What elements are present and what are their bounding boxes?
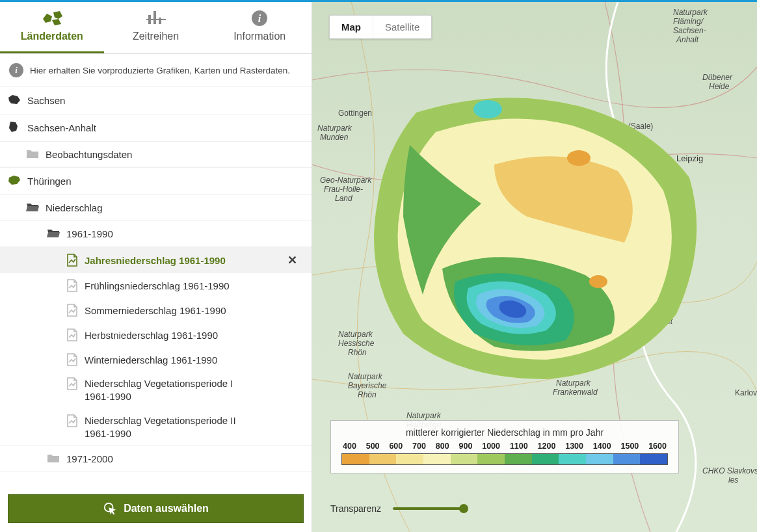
region-sachsen-icon bbox=[8, 94, 21, 107]
region-label: Thüringen bbox=[27, 176, 72, 187]
map-label: Karlov bbox=[735, 388, 757, 397]
transparency-slider[interactable] bbox=[393, 507, 464, 510]
svg-point-32 bbox=[473, 100, 502, 118]
svg-text:i: i bbox=[258, 13, 261, 24]
tree-item-sommer[interactable]: Sommerniederschlag 1961-1990 bbox=[0, 298, 312, 323]
transparency-control: Transparenz bbox=[330, 503, 464, 514]
sidebar: Länderdaten Zeitreihen i Information i H… bbox=[0, 2, 312, 532]
folder-open-icon bbox=[26, 202, 39, 214]
bars-icon bbox=[104, 10, 208, 27]
item-label: Jahresniederschlag 1961-1990 bbox=[85, 255, 226, 266]
tab-label: Länderdaten bbox=[21, 31, 83, 42]
chart-doc-icon bbox=[66, 377, 78, 390]
tree-folder-niederschlag[interactable]: Niederschlag bbox=[0, 195, 312, 221]
tree-item-veg1[interactable]: Niederschlag Vegetationsperiode I1961-19… bbox=[0, 372, 312, 409]
svg-text:Naturpark: Naturpark bbox=[673, 8, 708, 17]
svg-point-31 bbox=[589, 275, 607, 288]
item-label: Niederschlag Vegetationsperiode II1961-1… bbox=[85, 414, 236, 441]
region-cluster-icon bbox=[0, 10, 104, 27]
svg-point-30 bbox=[567, 150, 591, 166]
tree-item-jahresniederschlag[interactable]: Jahresniederschlag 1961-1990 ✕ bbox=[0, 247, 312, 273]
bottom-bar: Daten auswählen bbox=[0, 488, 312, 532]
close-icon[interactable]: ✕ bbox=[287, 253, 297, 267]
folder-label: Niederschlag bbox=[46, 202, 103, 213]
chart-doc-icon bbox=[66, 254, 78, 267]
tree-subfolder-1961-1990[interactable]: 1961-1990 bbox=[0, 221, 312, 247]
region-thueringen-icon bbox=[8, 174, 21, 188]
item-label: Herbstniederschlag 1961-1990 bbox=[85, 330, 218, 341]
tab-label: Zeitreihen bbox=[133, 31, 179, 42]
tab-information[interactable]: i Information bbox=[207, 2, 312, 53]
transparency-label: Transparenz bbox=[330, 503, 381, 514]
hint-text: Hier erhalten Sie vorproduzierte Grafike… bbox=[30, 66, 290, 75]
maptype-map[interactable]: Map bbox=[330, 16, 373, 38]
maptype-toggle: Map Satellite bbox=[329, 15, 432, 39]
tree-region-sachsen[interactable]: Sachsen bbox=[0, 87, 312, 114]
tree-item-winter[interactable]: Winterniederschlag 1961-1990 bbox=[0, 347, 312, 372]
svg-text:Sachsen-: Sachsen- bbox=[673, 26, 706, 35]
tree-subfolder-1971-2000[interactable]: 1971-2000 bbox=[0, 446, 312, 472]
folder-closed-icon bbox=[26, 148, 39, 161]
svg-text:Naturpark: Naturpark bbox=[406, 411, 442, 420]
folder-open-icon bbox=[47, 228, 60, 240]
map-pane[interactable]: Gottingen Halle (Saale) Leipzig Sachsen-… bbox=[312, 2, 757, 532]
svg-text:Fläming/: Fläming/ bbox=[673, 17, 704, 26]
tabs: Länderdaten Zeitreihen i Information bbox=[0, 2, 312, 54]
svg-text:Anhalt: Anhalt bbox=[676, 35, 699, 44]
chart-doc-icon bbox=[66, 328, 78, 341]
hint-row: i Hier erhalten Sie vorproduzierte Grafi… bbox=[0, 54, 312, 87]
chart-doc-icon bbox=[66, 353, 78, 366]
item-label: Frühlingsniederschlag 1961-1990 bbox=[85, 280, 230, 291]
region-sachsen-anhalt-icon bbox=[8, 121, 21, 135]
legend-bar bbox=[341, 453, 668, 465]
region-label: Sachsen bbox=[27, 95, 65, 106]
info-badge-icon: i bbox=[9, 63, 23, 77]
item-label: Winterniederschlag 1961-1990 bbox=[85, 354, 217, 366]
tree-region-sachsen-anhalt[interactable]: Sachsen-Anhalt bbox=[0, 114, 312, 142]
region-label: Sachsen-Anhalt bbox=[27, 122, 96, 133]
item-label: Niederschlag Vegetationsperiode I1961-19… bbox=[85, 377, 233, 404]
maptype-satellite[interactable]: Satellite bbox=[373, 16, 431, 38]
legend-ticks: 4005006007008009001000110012001300140015… bbox=[341, 442, 668, 451]
thematic-overlay bbox=[338, 73, 728, 399]
tab-zeitreihen[interactable]: Zeitreihen bbox=[104, 2, 208, 53]
folder-label: Beobachtungsdaten bbox=[46, 149, 132, 160]
tree-item-herbst[interactable]: Herbstniederschlag 1961-1990 bbox=[0, 323, 312, 347]
tree-region-thueringen[interactable]: Thüringen bbox=[0, 168, 312, 195]
chart-doc-icon bbox=[66, 304, 78, 317]
tree: Sachsen Sachsen-Anhalt Beobachtungsdaten… bbox=[0, 87, 312, 488]
legend: mittlerer korrigierter Niederschlag in m… bbox=[330, 420, 679, 473]
svg-rect-2 bbox=[159, 18, 161, 24]
tab-label: Information bbox=[233, 31, 286, 42]
folder-label: 1971-2000 bbox=[66, 453, 113, 464]
folder-closed-icon bbox=[47, 453, 60, 465]
tree-folder-beobachtungsdaten[interactable]: Beobachtungsdaten bbox=[0, 142, 312, 168]
svg-rect-1 bbox=[153, 11, 156, 24]
info-icon: i bbox=[207, 10, 312, 27]
tree-item-veg2[interactable]: Niederschlag Vegetationsperiode II1961-1… bbox=[0, 409, 312, 446]
select-data-button[interactable]: Daten auswählen bbox=[8, 494, 304, 523]
folder-label: 1961-1990 bbox=[66, 228, 113, 239]
tree-item-fruehling[interactable]: Frühlingsniederschlag 1961-1990 bbox=[0, 273, 312, 298]
item-label: Sommerniederschlag 1961-1990 bbox=[85, 305, 226, 316]
svg-text:les: les bbox=[728, 475, 738, 485]
slider-thumb[interactable] bbox=[459, 504, 468, 513]
button-label: Daten auswählen bbox=[124, 503, 209, 514]
svg-text:CHKO Slavkovs: CHKO Slavkovs bbox=[702, 466, 757, 475]
legend-title: mittlerer korrigierter Niederschlag in m… bbox=[341, 427, 668, 438]
cursor-click-icon bbox=[103, 501, 117, 516]
chart-doc-icon bbox=[66, 279, 78, 292]
tab-laenderdaten[interactable]: Länderdaten bbox=[0, 2, 104, 53]
chart-doc-icon bbox=[66, 414, 78, 427]
